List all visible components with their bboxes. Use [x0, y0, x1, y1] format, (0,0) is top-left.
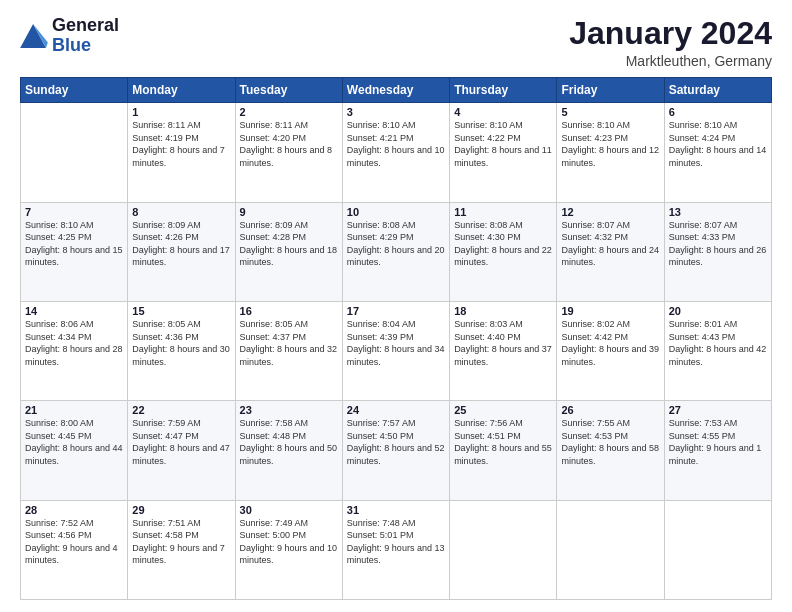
calendar-week-0: 1 Sunrise: 8:11 AMSunset: 4:19 PMDayligh… — [21, 103, 772, 202]
logo-text: General Blue — [52, 16, 119, 56]
day-info: Sunrise: 7:58 AMSunset: 4:48 PMDaylight:… — [240, 418, 338, 466]
day-number: 7 — [25, 206, 123, 218]
day-info: Sunrise: 8:00 AMSunset: 4:45 PMDaylight:… — [25, 418, 123, 466]
col-saturday: Saturday — [664, 78, 771, 103]
calendar-cell: 16 Sunrise: 8:05 AMSunset: 4:37 PMDaylig… — [235, 301, 342, 400]
col-thursday: Thursday — [450, 78, 557, 103]
calendar-cell: 17 Sunrise: 8:04 AMSunset: 4:39 PMDaylig… — [342, 301, 449, 400]
day-info: Sunrise: 7:49 AMSunset: 5:00 PMDaylight:… — [240, 518, 338, 566]
day-number: 26 — [561, 404, 659, 416]
calendar-cell — [21, 103, 128, 202]
calendar-cell: 10 Sunrise: 8:08 AMSunset: 4:29 PMDaylig… — [342, 202, 449, 301]
day-info: Sunrise: 8:02 AMSunset: 4:42 PMDaylight:… — [561, 319, 659, 367]
day-info: Sunrise: 8:10 AMSunset: 4:21 PMDaylight:… — [347, 120, 445, 168]
day-number: 20 — [669, 305, 767, 317]
calendar-cell: 13 Sunrise: 8:07 AMSunset: 4:33 PMDaylig… — [664, 202, 771, 301]
day-number: 29 — [132, 504, 230, 516]
day-info: Sunrise: 8:10 AMSunset: 4:22 PMDaylight:… — [454, 120, 552, 168]
day-info: Sunrise: 7:53 AMSunset: 4:55 PMDaylight:… — [669, 418, 762, 466]
calendar-week-4: 28 Sunrise: 7:52 AMSunset: 4:56 PMDaylig… — [21, 500, 772, 599]
day-number: 14 — [25, 305, 123, 317]
day-number: 15 — [132, 305, 230, 317]
calendar-cell: 30 Sunrise: 7:49 AMSunset: 5:00 PMDaylig… — [235, 500, 342, 599]
day-info: Sunrise: 7:57 AMSunset: 4:50 PMDaylight:… — [347, 418, 445, 466]
day-number: 21 — [25, 404, 123, 416]
col-wednesday: Wednesday — [342, 78, 449, 103]
day-info: Sunrise: 8:09 AMSunset: 4:26 PMDaylight:… — [132, 220, 230, 268]
calendar-cell: 6 Sunrise: 8:10 AMSunset: 4:24 PMDayligh… — [664, 103, 771, 202]
day-number: 9 — [240, 206, 338, 218]
calendar-cell: 4 Sunrise: 8:10 AMSunset: 4:22 PMDayligh… — [450, 103, 557, 202]
day-info: Sunrise: 8:11 AMSunset: 4:20 PMDaylight:… — [240, 120, 333, 168]
calendar-cell: 14 Sunrise: 8:06 AMSunset: 4:34 PMDaylig… — [21, 301, 128, 400]
day-number: 22 — [132, 404, 230, 416]
day-info: Sunrise: 8:01 AMSunset: 4:43 PMDaylight:… — [669, 319, 767, 367]
calendar-cell: 2 Sunrise: 8:11 AMSunset: 4:20 PMDayligh… — [235, 103, 342, 202]
calendar-cell: 11 Sunrise: 8:08 AMSunset: 4:30 PMDaylig… — [450, 202, 557, 301]
main-title: January 2024 — [569, 16, 772, 51]
title-block: January 2024 Marktleuthen, Germany — [569, 16, 772, 69]
day-number: 4 — [454, 106, 552, 118]
day-info: Sunrise: 7:59 AMSunset: 4:47 PMDaylight:… — [132, 418, 230, 466]
header: General Blue January 2024 Marktleuthen, … — [20, 16, 772, 69]
calendar-cell: 25 Sunrise: 7:56 AMSunset: 4:51 PMDaylig… — [450, 401, 557, 500]
calendar-table: Sunday Monday Tuesday Wednesday Thursday… — [20, 77, 772, 600]
calendar-cell: 27 Sunrise: 7:53 AMSunset: 4:55 PMDaylig… — [664, 401, 771, 500]
calendar-cell: 3 Sunrise: 8:10 AMSunset: 4:21 PMDayligh… — [342, 103, 449, 202]
day-info: Sunrise: 8:05 AMSunset: 4:37 PMDaylight:… — [240, 319, 338, 367]
calendar-cell: 28 Sunrise: 7:52 AMSunset: 4:56 PMDaylig… — [21, 500, 128, 599]
calendar-cell: 26 Sunrise: 7:55 AMSunset: 4:53 PMDaylig… — [557, 401, 664, 500]
logo: General Blue — [20, 16, 119, 56]
day-number: 10 — [347, 206, 445, 218]
calendar-cell: 8 Sunrise: 8:09 AMSunset: 4:26 PMDayligh… — [128, 202, 235, 301]
col-friday: Friday — [557, 78, 664, 103]
day-number: 6 — [669, 106, 767, 118]
calendar-cell: 9 Sunrise: 8:09 AMSunset: 4:28 PMDayligh… — [235, 202, 342, 301]
calendar-cell: 5 Sunrise: 8:10 AMSunset: 4:23 PMDayligh… — [557, 103, 664, 202]
day-number: 24 — [347, 404, 445, 416]
calendar-cell: 22 Sunrise: 7:59 AMSunset: 4:47 PMDaylig… — [128, 401, 235, 500]
calendar-cell: 1 Sunrise: 8:11 AMSunset: 4:19 PMDayligh… — [128, 103, 235, 202]
day-number: 25 — [454, 404, 552, 416]
day-number: 18 — [454, 305, 552, 317]
calendar-cell: 23 Sunrise: 7:58 AMSunset: 4:48 PMDaylig… — [235, 401, 342, 500]
day-info: Sunrise: 7:52 AMSunset: 4:56 PMDaylight:… — [25, 518, 118, 566]
calendar-header-row: Sunday Monday Tuesday Wednesday Thursday… — [21, 78, 772, 103]
day-number: 23 — [240, 404, 338, 416]
day-info: Sunrise: 7:56 AMSunset: 4:51 PMDaylight:… — [454, 418, 552, 466]
day-info: Sunrise: 8:08 AMSunset: 4:29 PMDaylight:… — [347, 220, 445, 268]
day-info: Sunrise: 8:10 AMSunset: 4:23 PMDaylight:… — [561, 120, 659, 168]
day-number: 8 — [132, 206, 230, 218]
calendar-cell — [450, 500, 557, 599]
calendar-cell: 7 Sunrise: 8:10 AMSunset: 4:25 PMDayligh… — [21, 202, 128, 301]
day-number: 12 — [561, 206, 659, 218]
day-number: 16 — [240, 305, 338, 317]
calendar-cell: 24 Sunrise: 7:57 AMSunset: 4:50 PMDaylig… — [342, 401, 449, 500]
day-info: Sunrise: 7:55 AMSunset: 4:53 PMDaylight:… — [561, 418, 659, 466]
day-number: 17 — [347, 305, 445, 317]
day-number: 19 — [561, 305, 659, 317]
calendar-cell: 21 Sunrise: 8:00 AMSunset: 4:45 PMDaylig… — [21, 401, 128, 500]
day-info: Sunrise: 8:04 AMSunset: 4:39 PMDaylight:… — [347, 319, 445, 367]
subtitle: Marktleuthen, Germany — [569, 53, 772, 69]
calendar-cell: 18 Sunrise: 8:03 AMSunset: 4:40 PMDaylig… — [450, 301, 557, 400]
col-sunday: Sunday — [21, 78, 128, 103]
calendar-week-2: 14 Sunrise: 8:06 AMSunset: 4:34 PMDaylig… — [21, 301, 772, 400]
logo-icon — [20, 24, 48, 48]
calendar-cell — [664, 500, 771, 599]
day-info: Sunrise: 8:06 AMSunset: 4:34 PMDaylight:… — [25, 319, 123, 367]
day-number: 27 — [669, 404, 767, 416]
day-number: 13 — [669, 206, 767, 218]
calendar-cell: 12 Sunrise: 8:07 AMSunset: 4:32 PMDaylig… — [557, 202, 664, 301]
day-number: 1 — [132, 106, 230, 118]
day-number: 2 — [240, 106, 338, 118]
page: General Blue January 2024 Marktleuthen, … — [0, 0, 792, 612]
day-info: Sunrise: 8:11 AMSunset: 4:19 PMDaylight:… — [132, 120, 225, 168]
logo-line2: Blue — [52, 36, 119, 56]
day-info: Sunrise: 8:10 AMSunset: 4:25 PMDaylight:… — [25, 220, 123, 268]
calendar-cell — [557, 500, 664, 599]
col-tuesday: Tuesday — [235, 78, 342, 103]
day-number: 5 — [561, 106, 659, 118]
calendar-cell: 19 Sunrise: 8:02 AMSunset: 4:42 PMDaylig… — [557, 301, 664, 400]
calendar-week-1: 7 Sunrise: 8:10 AMSunset: 4:25 PMDayligh… — [21, 202, 772, 301]
